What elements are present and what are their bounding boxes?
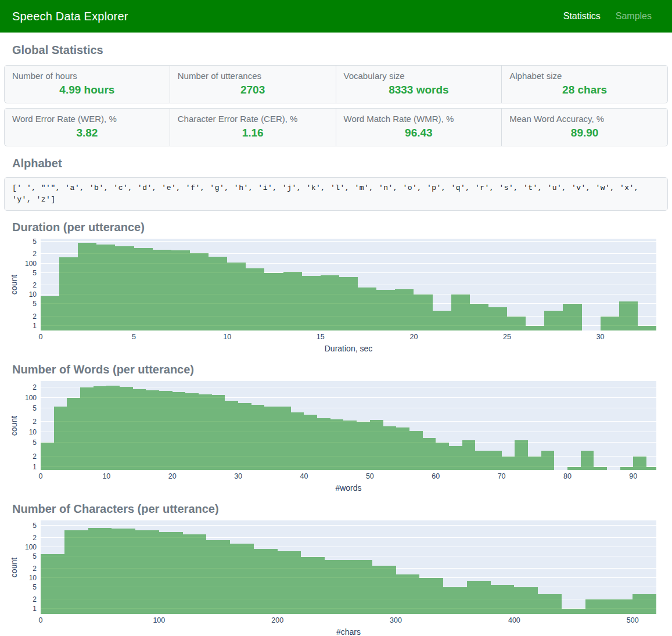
x-axis-ticks: 0100200300400500 xyxy=(41,614,656,624)
histogram-bar xyxy=(302,276,321,330)
histogram-bar xyxy=(133,389,146,470)
histogram-bar xyxy=(120,387,133,470)
plot-area[interactable] xyxy=(41,381,656,470)
histogram-bar xyxy=(301,557,325,614)
histogram-bar xyxy=(383,426,397,470)
histogram-bar xyxy=(348,560,372,614)
y-tick-label: 1 xyxy=(33,605,37,613)
histogram-bar xyxy=(238,403,251,470)
x-tick-label: 15 xyxy=(317,333,325,341)
x-tick-label: 30 xyxy=(234,472,242,480)
histogram-bar xyxy=(251,405,265,470)
words-histogram-section: Number of Words (per utterance) count 12… xyxy=(4,363,668,493)
stat-card-utterances: Number of utterances 2703 xyxy=(170,65,336,103)
chart-title: Number of Words (per utterance) xyxy=(12,363,660,376)
histogram-bar xyxy=(199,394,212,470)
y-tick-label: 2 xyxy=(33,452,37,461)
alphabet-heading: Alphabet xyxy=(12,157,660,170)
x-tick-label: 70 xyxy=(498,472,506,480)
histogram-bar xyxy=(601,317,619,330)
histogram-bar xyxy=(528,457,541,470)
stat-card-vocabulary: Vocabulary size 8333 words xyxy=(336,65,502,103)
y-tick-label: 100 xyxy=(25,394,37,402)
stat-card-wer: Word Error Rate (WER), % 3.82 xyxy=(4,108,170,146)
nav-tab-samples[interactable]: Samples xyxy=(616,11,652,21)
histogram-bar xyxy=(358,288,376,330)
x-tick-label: 20 xyxy=(168,472,177,480)
x-tick-label: 10 xyxy=(102,472,110,480)
histogram-bar xyxy=(475,451,488,470)
y-tick-label: 5 xyxy=(33,300,37,308)
histogram-bar xyxy=(254,549,278,614)
y-tick-label: 2 xyxy=(33,595,37,603)
histogram-bar xyxy=(78,243,96,330)
y-tick-label: 2 xyxy=(33,312,37,321)
y-tick-label: 5 xyxy=(33,269,37,277)
stats-grid: Number of hours 4.99 hours Number of utt… xyxy=(4,65,668,146)
histogram-bar xyxy=(376,290,395,330)
y-tick-label: 10 xyxy=(29,428,37,436)
x-tick-label: 60 xyxy=(432,472,440,480)
histogram-bar xyxy=(230,544,254,614)
histogram-bar xyxy=(562,609,585,614)
histogram-bar xyxy=(190,253,209,330)
x-axis-ticks: 051015202530 xyxy=(41,330,656,340)
histogram-bar xyxy=(278,407,291,470)
x-tick-label: 0 xyxy=(39,333,43,341)
histogram-bar xyxy=(94,386,107,470)
histogram-bar xyxy=(507,317,526,330)
stat-value: 8333 words xyxy=(344,84,494,96)
histogram-bar xyxy=(514,587,538,614)
y-tick-label: 2 xyxy=(33,250,37,258)
histogram-bar xyxy=(41,443,54,470)
x-tick-label: 25 xyxy=(503,333,511,341)
histogram-bar xyxy=(173,392,186,470)
histogram-bar xyxy=(409,431,423,470)
histogram-bar xyxy=(633,594,656,614)
histogram-bar xyxy=(619,301,638,330)
histogram-bar xyxy=(423,438,436,470)
stat-card-word-accuracy: Mean Word Accuracy, % 89.90 xyxy=(502,108,668,146)
x-axis-label: #words xyxy=(41,483,656,493)
histogram-bar xyxy=(396,427,409,470)
plot-area[interactable] xyxy=(41,239,656,330)
y-tick-label: 10 xyxy=(29,574,37,582)
y-tick-label: 2 xyxy=(33,534,37,542)
y-tick-label: 2 xyxy=(33,281,37,289)
histogram-bar xyxy=(470,304,488,330)
stat-label: Word Match Rate (WMR), % xyxy=(344,114,494,124)
histogram-bar xyxy=(41,296,59,330)
histogram-bar xyxy=(414,294,432,330)
y-axis-label: count xyxy=(9,557,19,577)
histogram-bar xyxy=(330,419,344,470)
x-tick-label: 40 xyxy=(300,472,308,480)
app-title[interactable]: Speech Data Explorer xyxy=(12,10,128,23)
histogram-bar xyxy=(264,273,283,330)
nav-tab-statistics[interactable]: Statistics xyxy=(563,11,601,21)
histogram-bar xyxy=(419,578,443,614)
stat-card-cer: Character Error Rate (CER), % 1.16 xyxy=(170,108,336,146)
histogram-bar xyxy=(372,566,396,614)
stat-label: Number of hours xyxy=(12,71,162,81)
x-tick-label: 30 xyxy=(596,333,605,341)
histogram-bar xyxy=(225,401,238,470)
histogram-bar xyxy=(581,451,594,470)
histogram-bar xyxy=(451,294,470,330)
y-tick-label: 100 xyxy=(25,543,37,551)
plot-area[interactable] xyxy=(41,520,656,614)
top-nav: Statistics Samples xyxy=(563,11,652,21)
x-axis-ticks: 0102030405060708090 xyxy=(41,470,656,480)
x-tick-label: 10 xyxy=(223,333,231,341)
x-axis-label: #chars xyxy=(41,627,656,636)
histogram-bar xyxy=(396,574,420,614)
histogram-bar xyxy=(171,250,190,330)
navbar: Speech Data Explorer Statistics Samples xyxy=(0,0,672,33)
x-tick-label: 0 xyxy=(39,616,43,624)
histogram-bar xyxy=(206,540,230,614)
y-tick-label: 2 xyxy=(33,383,37,391)
histogram-bar xyxy=(80,387,94,470)
chart-title: Duration (per utterance) xyxy=(12,221,660,234)
x-tick-label: 300 xyxy=(390,616,402,624)
stat-label: Vocabulary size xyxy=(344,71,494,81)
y-tick-label: 2 xyxy=(33,418,37,426)
